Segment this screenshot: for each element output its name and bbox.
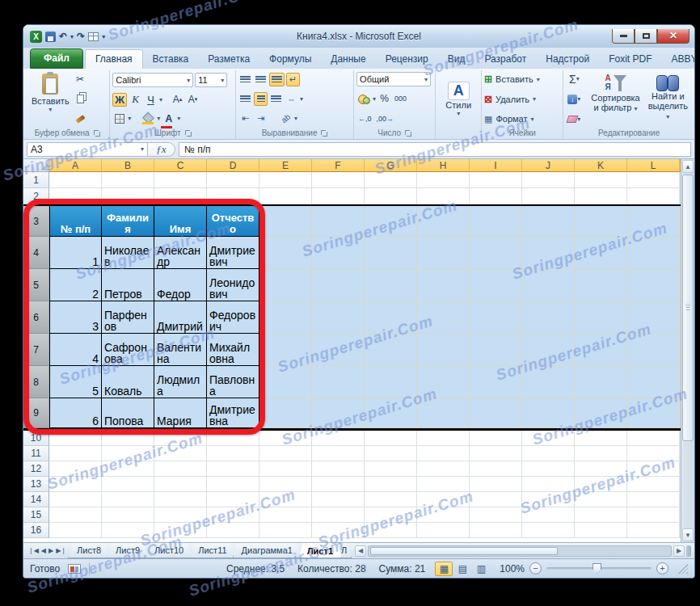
table-cell-C8[interactable]: Людмила: [154, 366, 207, 398]
table-cell-C4[interactable]: Александр: [154, 237, 207, 269]
cell-K8[interactable]: [575, 366, 627, 398]
cell-J8[interactable]: [522, 366, 575, 398]
normal-view-button[interactable]: ▦: [435, 562, 453, 576]
next-sheet-icon[interactable]: ▶: [48, 547, 53, 554]
cell-H2[interactable]: [417, 188, 470, 204]
tab-Вставка[interactable]: Вставка: [143, 50, 199, 69]
prev-sheet-icon[interactable]: ◀: [41, 547, 46, 554]
redo-icon[interactable]: ↷: [77, 32, 85, 41]
scroll-right-icon[interactable]: ▶: [673, 545, 685, 557]
cell-G2[interactable]: [365, 188, 417, 204]
table-header-cell-C3[interactable]: Имя: [154, 206, 207, 237]
table-cell-A4[interactable]: 1: [49, 237, 102, 269]
cell-L7[interactable]: [627, 334, 680, 366]
cell-F1[interactable]: [312, 172, 365, 188]
column-header-I[interactable]: I: [470, 159, 522, 172]
cell-J16[interactable]: [522, 523, 575, 538]
insert-function-icon[interactable]: ƒx: [148, 142, 175, 157]
cell-H9[interactable]: [417, 398, 470, 428]
worksheet-grid[interactable]: ABCDEFGHIJKL 123№ п/пФамилияИмяОтчество4…: [23, 159, 681, 542]
cell-J3[interactable]: [522, 206, 575, 237]
cell-J12[interactable]: [522, 461, 575, 477]
row-header-1[interactable]: 1: [23, 172, 49, 188]
first-sheet-icon[interactable]: ❘◀: [28, 547, 39, 554]
row-header-7[interactable]: 7: [23, 334, 49, 366]
cell-D11[interactable]: [207, 446, 259, 461]
zoom-out-icon[interactable]: −: [529, 562, 542, 574]
cell-G3[interactable]: [365, 206, 417, 237]
autosum-button[interactable]: Σ▾: [566, 72, 582, 86]
cell-G8[interactable]: [365, 366, 417, 398]
horizontal-scroll-track[interactable]: [368, 545, 672, 557]
cell-G9[interactable]: [365, 398, 417, 428]
horizontal-scrollbar[interactable]: ◀ ▶: [352, 543, 694, 558]
cell-C14[interactable]: [154, 492, 207, 507]
row-header-12[interactable]: 12: [23, 461, 49, 477]
table-cell-B9[interactable]: Попова: [102, 398, 154, 428]
cell-B12[interactable]: [102, 461, 154, 477]
underline-dropdown-icon[interactable]: ▾: [159, 96, 162, 103]
cell-A14[interactable]: [49, 492, 102, 507]
vertical-scroll-thumb[interactable]: [682, 175, 694, 441]
column-header-J[interactable]: J: [522, 159, 575, 172]
increase-decimal-button[interactable]: ←,0: [356, 112, 373, 125]
page-break-view-button[interactable]: ▥: [472, 562, 490, 576]
merge-center-button[interactable]: [285, 92, 298, 106]
cell-K3[interactable]: [575, 206, 627, 237]
cell-H5[interactable]: [417, 269, 470, 301]
cell-F10[interactable]: [312, 431, 365, 446]
cell-A12[interactable]: [49, 461, 102, 477]
cell-K11[interactable]: [575, 446, 627, 461]
clipboard-launcher-icon[interactable]: [93, 129, 100, 137]
cell-B15[interactable]: [102, 507, 154, 523]
column-header-D[interactable]: D: [207, 159, 259, 172]
scroll-up-icon[interactable]: ▲: [682, 160, 694, 173]
cell-E9[interactable]: [259, 398, 312, 428]
cell-K7[interactable]: [575, 334, 627, 366]
cell-L9[interactable]: [627, 398, 680, 428]
cell-J10[interactable]: [522, 431, 575, 446]
insert-cells-button[interactable]: ⊞Вставить▾: [484, 72, 540, 86]
cell-B13[interactable]: [102, 477, 154, 492]
cell-C16[interactable]: [154, 523, 207, 538]
fill-color-button[interactable]: [141, 112, 155, 125]
cell-B16[interactable]: [102, 523, 154, 538]
clear-button[interactable]: ▾: [566, 112, 582, 126]
cell-C13[interactable]: [154, 477, 207, 492]
tab-Разработ[interactable]: Разработ: [474, 50, 536, 69]
cell-H14[interactable]: [417, 492, 470, 507]
sheet-tab-Лист9[interactable]: Лист9: [107, 543, 149, 558]
cell-F3[interactable]: [312, 206, 365, 237]
cell-I1[interactable]: [470, 172, 522, 188]
align-middle-button[interactable]: [254, 73, 268, 86]
scroll-down-icon[interactable]: ▼: [682, 528, 694, 541]
cell-G5[interactable]: [365, 269, 417, 301]
zoom-in-icon[interactable]: +: [656, 562, 668, 574]
orientation-button[interactable]: ab: [279, 112, 293, 125]
select-all-corner[interactable]: [23, 159, 49, 172]
table-cell-D9[interactable]: Дмитриевна: [207, 398, 259, 428]
cell-L16[interactable]: [627, 523, 680, 538]
borders-button[interactable]: [112, 112, 126, 125]
table-cell-B8[interactable]: Коваль: [102, 366, 154, 398]
horizontal-scroll-thumb[interactable]: [370, 547, 558, 555]
align-left-button[interactable]: [238, 92, 252, 106]
cell-F6[interactable]: [312, 301, 365, 334]
cell-G6[interactable]: [365, 301, 417, 334]
cell-E4[interactable]: [259, 237, 312, 269]
tab-ABBYY PD[interactable]: ABBYY PD: [661, 50, 695, 69]
cell-G4[interactable]: [365, 237, 417, 269]
cell-D16[interactable]: [207, 523, 259, 538]
table-cell-C9[interactable]: Мария: [154, 398, 207, 428]
row-header-6[interactable]: 6: [23, 301, 49, 334]
cell-L13[interactable]: [627, 477, 680, 492]
maximize-button[interactable]: [635, 29, 657, 44]
cell-G14[interactable]: [365, 492, 417, 507]
column-header-B[interactable]: B: [102, 159, 154, 172]
sheet-tab-Лист1[interactable]: Лист1: [298, 543, 342, 558]
table-cell-A8[interactable]: 5: [49, 366, 102, 398]
cell-K14[interactable]: [575, 492, 627, 507]
cell-E6[interactable]: [259, 301, 312, 334]
row-header-10[interactable]: 10: [23, 431, 49, 446]
sheet-tab-Диаграмма1[interactable]: Диаграмма1: [233, 543, 302, 558]
